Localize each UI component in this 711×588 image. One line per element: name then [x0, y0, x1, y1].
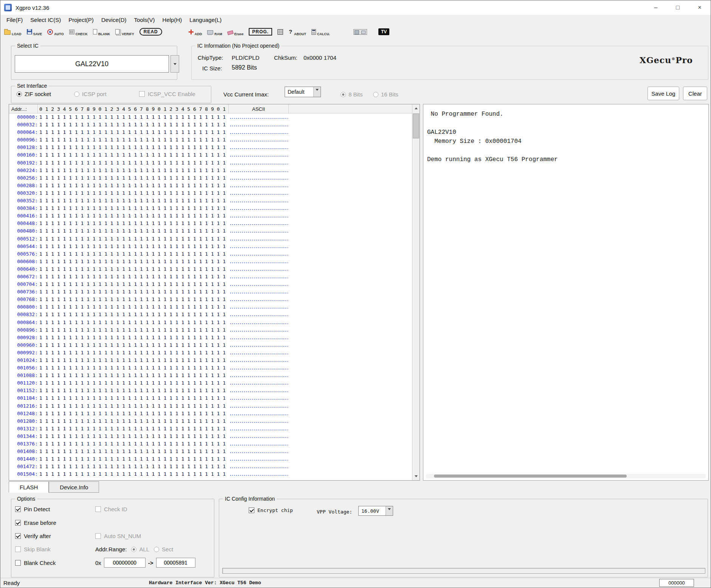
toolbar-auto-button[interactable]: AUTO — [47, 27, 64, 37]
hex-row-values[interactable]: 1 1 1 1 1 1 1 1 1 1 1 1 1 1 1 1 1 1 1 1 … — [39, 433, 226, 439]
hex-row-values[interactable]: 1 1 1 1 1 1 1 1 1 1 1 1 1 1 1 1 1 1 1 1 … — [39, 342, 226, 348]
hex-row-values[interactable]: 1 1 1 1 1 1 1 1 1 1 1 1 1 1 1 1 1 1 1 1 … — [39, 266, 226, 272]
vpp-voltage-dropdown[interactable]: 16.00V — [358, 506, 393, 516]
option-skip-blank[interactable]: Skip Blank — [15, 546, 51, 552]
horizontal-scrollbar[interactable] — [426, 474, 706, 478]
hex-row[interactable]: 000992:1 1 1 1 1 1 1 1 1 1 1 1 1 1 1 1 1… — [9, 349, 412, 357]
radio-icon[interactable] — [74, 92, 79, 97]
option-pin-detect[interactable]: Pin Detect — [15, 506, 50, 512]
hex-row[interactable]: 000800:1 1 1 1 1 1 1 1 1 1 1 1 1 1 1 1 1… — [9, 303, 412, 311]
toolbar-save-button[interactable]: SAVE — [27, 27, 42, 37]
hex-row[interactable]: 000416:1 1 1 1 1 1 1 1 1 1 1 1 1 1 1 1 1… — [9, 212, 412, 220]
toolbar-about-button[interactable]: ABOUT — [288, 27, 306, 37]
hex-row-values[interactable]: 1 1 1 1 1 1 1 1 1 1 1 1 1 1 1 1 1 1 1 1 … — [39, 213, 226, 219]
option-check-id[interactable]: Check ID — [95, 506, 127, 512]
horizontal-scrollbar-thumb[interactable] — [434, 475, 627, 478]
hex-row[interactable]: 000000:1 1 1 1 1 1 1 1 1 1 1 1 1 1 1 1 1… — [9, 113, 412, 121]
hex-row-values[interactable]: 1 1 1 1 1 1 1 1 1 1 1 1 1 1 1 1 1 1 1 1 … — [39, 175, 226, 181]
hex-row-values[interactable]: 1 1 1 1 1 1 1 1 1 1 1 1 1 1 1 1 1 1 1 1 … — [39, 464, 226, 469]
encrypt-chip-checkbox[interactable]: Encrypt chip — [249, 507, 293, 513]
checkbox-icon[interactable] — [15, 520, 21, 526]
hex-row-values[interactable]: 1 1 1 1 1 1 1 1 1 1 1 1 1 1 1 1 1 1 1 1 … — [39, 380, 226, 386]
hex-row-values[interactable]: 1 1 1 1 1 1 1 1 1 1 1 1 1 1 1 1 1 1 1 1 … — [39, 281, 226, 287]
checkbox-icon[interactable] — [95, 506, 101, 512]
hex-row[interactable]: 000288:1 1 1 1 1 1 1 1 1 1 1 1 1 1 1 1 1… — [9, 182, 412, 189]
radio-icon[interactable] — [373, 92, 378, 97]
toolbar-tv-button[interactable]: TV — [378, 27, 389, 37]
hex-row[interactable]: 000960:1 1 1 1 1 1 1 1 1 1 1 1 1 1 1 1 1… — [9, 341, 412, 349]
range-from-input[interactable] — [104, 558, 146, 568]
hex-row[interactable]: 000160:1 1 1 1 1 1 1 1 1 1 1 1 1 1 1 1 1… — [9, 151, 412, 159]
toolbar-load-button[interactable]: LOAD — [4, 27, 22, 37]
menu-item-tools[interactable]: Tools(V) — [130, 17, 159, 23]
radio-icon[interactable] — [341, 92, 346, 97]
hex-row[interactable]: 000672:1 1 1 1 1 1 1 1 1 1 1 1 1 1 1 1 1… — [9, 273, 412, 281]
hex-row-values[interactable]: 1 1 1 1 1 1 1 1 1 1 1 1 1 1 1 1 1 1 1 1 … — [39, 304, 226, 310]
option-blank-check[interactable]: Blank Check — [15, 560, 56, 566]
hex-row-values[interactable]: 1 1 1 1 1 1 1 1 1 1 1 1 1 1 1 1 1 1 1 1 … — [39, 418, 226, 424]
chevron-down-icon[interactable] — [386, 506, 393, 515]
hex-row-values[interactable]: 1 1 1 1 1 1 1 1 1 1 1 1 1 1 1 1 1 1 1 1 … — [39, 152, 226, 158]
hex-row[interactable]: 000576:1 1 1 1 1 1 1 1 1 1 1 1 1 1 1 1 1… — [9, 250, 412, 258]
ic-select-dropdown-button[interactable] — [170, 55, 179, 73]
hex-row-values[interactable]: 1 1 1 1 1 1 1 1 1 1 1 1 1 1 1 1 1 1 1 1 … — [39, 160, 226, 166]
checkbox-icon[interactable] — [15, 546, 21, 552]
toolbar-check-button[interactable]: CHECK — [69, 27, 88, 37]
minimize-button[interactable]: – — [645, 0, 667, 15]
tab-flash[interactable]: FLASH — [9, 481, 49, 493]
hex-row[interactable]: 000928:1 1 1 1 1 1 1 1 1 1 1 1 1 1 1 1 1… — [9, 334, 412, 341]
hex-row[interactable]: 000768:1 1 1 1 1 1 1 1 1 1 1 1 1 1 1 1 1… — [9, 296, 412, 303]
hex-row[interactable]: 001120:1 1 1 1 1 1 1 1 1 1 1 1 1 1 1 1 1… — [9, 379, 412, 387]
hex-row-values[interactable]: 1 1 1 1 1 1 1 1 1 1 1 1 1 1 1 1 1 1 1 1 … — [39, 236, 226, 242]
hex-row[interactable]: 001056:1 1 1 1 1 1 1 1 1 1 1 1 1 1 1 1 1… — [9, 364, 412, 372]
hex-row-values[interactable]: 1 1 1 1 1 1 1 1 1 1 1 1 1 1 1 1 1 1 1 1 … — [39, 220, 226, 226]
hex-row[interactable]: 001088:1 1 1 1 1 1 1 1 1 1 1 1 1 1 1 1 1… — [9, 372, 412, 379]
hex-row-values[interactable]: 1 1 1 1 1 1 1 1 1 1 1 1 1 1 1 1 1 1 1 1 … — [39, 456, 226, 462]
hex-row[interactable]: 000640:1 1 1 1 1 1 1 1 1 1 1 1 1 1 1 1 1… — [9, 265, 412, 273]
toolbar-ram-button[interactable]: RAM — [207, 27, 222, 37]
hex-row[interactable]: 000064:1 1 1 1 1 1 1 1 1 1 1 1 1 1 1 1 1… — [9, 129, 412, 136]
hex-row-values[interactable]: 1 1 1 1 1 1 1 1 1 1 1 1 1 1 1 1 1 1 1 1 … — [39, 168, 226, 173]
hex-row[interactable]: 001280:1 1 1 1 1 1 1 1 1 1 1 1 1 1 1 1 1… — [9, 417, 412, 425]
icsp-vcc-enable-checkbox[interactable]: ICSP_VCC Enable — [139, 91, 195, 97]
hex-row[interactable]: 000736:1 1 1 1 1 1 1 1 1 1 1 1 1 1 1 1 1… — [9, 288, 412, 296]
menu-item-language[interactable]: Language(L) — [186, 17, 225, 23]
toolbar-adapter-button[interactable] — [353, 27, 367, 37]
tab-device-info[interactable]: Device.Info — [49, 481, 99, 493]
hex-row-values[interactable]: 1 1 1 1 1 1 1 1 1 1 1 1 1 1 1 1 1 1 1 1 … — [39, 198, 226, 203]
toolbar-socket-button[interactable] — [277, 27, 283, 37]
hex-row-values[interactable]: 1 1 1 1 1 1 1 1 1 1 1 1 1 1 1 1 1 1 1 1 … — [39, 190, 226, 196]
toolbar-add-button[interactable]: ADD — [189, 27, 202, 37]
toolbar-prog-button[interactable]: PROG. — [249, 27, 272, 37]
hex-row[interactable]: 000512:1 1 1 1 1 1 1 1 1 1 1 1 1 1 1 1 1… — [9, 235, 412, 243]
hex-row[interactable]: 001472:1 1 1 1 1 1 1 1 1 1 1 1 1 1 1 1 1… — [9, 463, 412, 470]
menu-item-help[interactable]: Help(H) — [159, 17, 186, 23]
hex-row-values[interactable]: 1 1 1 1 1 1 1 1 1 1 1 1 1 1 1 1 1 1 1 1 … — [39, 350, 226, 355]
hex-row[interactable]: 000032:1 1 1 1 1 1 1 1 1 1 1 1 1 1 1 1 1… — [9, 121, 412, 129]
hex-row-values[interactable]: 1 1 1 1 1 1 1 1 1 1 1 1 1 1 1 1 1 1 1 1 … — [39, 244, 226, 249]
zif-socket-radio[interactable]: ZIF socket — [17, 91, 51, 97]
hex-row[interactable]: 001408:1 1 1 1 1 1 1 1 1 1 1 1 1 1 1 1 1… — [9, 448, 412, 455]
checkbox-icon[interactable] — [95, 533, 101, 539]
hex-row[interactable]: 000192:1 1 1 1 1 1 1 1 1 1 1 1 1 1 1 1 1… — [9, 159, 412, 167]
scroll-down-arrow-icon[interactable] — [412, 473, 420, 480]
hex-row-values[interactable]: 1 1 1 1 1 1 1 1 1 1 1 1 1 1 1 1 1 1 1 1 … — [39, 372, 226, 378]
save-log-button[interactable]: Save Log — [647, 87, 679, 100]
hex-row-values[interactable]: 1 1 1 1 1 1 1 1 1 1 1 1 1 1 1 1 1 1 1 1 … — [39, 274, 226, 279]
hex-row[interactable]: 000480:1 1 1 1 1 1 1 1 1 1 1 1 1 1 1 1 1… — [9, 227, 412, 235]
addr-range-sect-radio[interactable]: Sect — [154, 546, 173, 552]
hex-row-values[interactable]: 1 1 1 1 1 1 1 1 1 1 1 1 1 1 1 1 1 1 1 1 … — [39, 114, 226, 120]
hex-row-values[interactable]: 1 1 1 1 1 1 1 1 1 1 1 1 1 1 1 1 1 1 1 1 … — [39, 296, 226, 302]
hex-row[interactable]: 001344:1 1 1 1 1 1 1 1 1 1 1 1 1 1 1 1 1… — [9, 433, 412, 440]
hex-row-values[interactable]: 1 1 1 1 1 1 1 1 1 1 1 1 1 1 1 1 1 1 1 1 … — [39, 320, 226, 325]
hex-row[interactable]: 000896:1 1 1 1 1 1 1 1 1 1 1 1 1 1 1 1 1… — [9, 326, 412, 334]
hex-row-values[interactable]: 1 1 1 1 1 1 1 1 1 1 1 1 1 1 1 1 1 1 1 1 … — [39, 357, 226, 363]
hex-row[interactable]: 001504:1 1 1 1 1 1 1 1 1 1 1 1 1 1 1 1 1… — [9, 470, 412, 478]
addr-range-all-radio[interactable]: ALL — [131, 546, 149, 552]
chevron-down-icon[interactable] — [313, 87, 321, 97]
checkbox-icon[interactable] — [249, 507, 254, 513]
vertical-scrollbar[interactable] — [412, 104, 420, 480]
icsp-port-radio[interactable]: ICSP port — [74, 91, 107, 97]
vcc-current-dropdown[interactable]: Default — [285, 87, 321, 97]
hex-row[interactable]: 000544:1 1 1 1 1 1 1 1 1 1 1 1 1 1 1 1 1… — [9, 243, 412, 250]
